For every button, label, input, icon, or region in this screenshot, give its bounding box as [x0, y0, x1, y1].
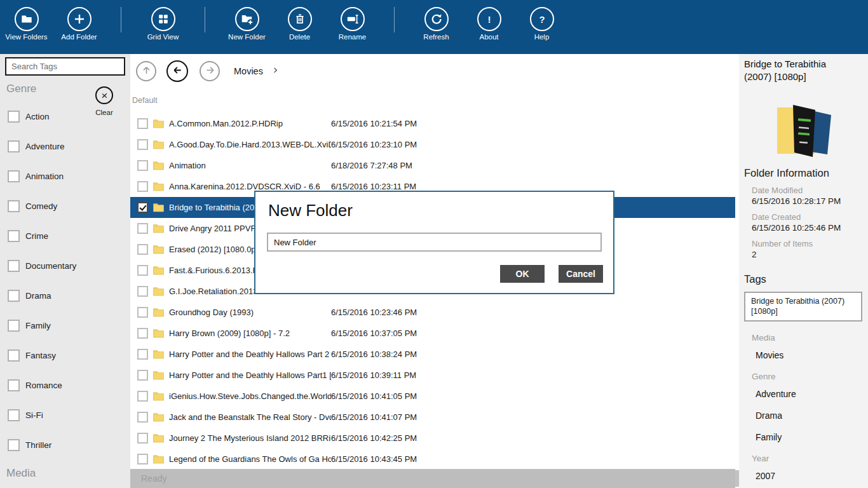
- folder-name: Journey 2 The Mysterious Island 2012 BRR…: [169, 433, 331, 443]
- genre-checkbox[interactable]: [8, 290, 20, 302]
- row-checkbox[interactable]: [137, 454, 148, 464]
- genre-checkbox[interactable]: [8, 230, 20, 242]
- genre-checkbox[interactable]: [8, 349, 20, 362]
- info-field: Date Created 6/15/2016 10:25:46 PM: [752, 212, 863, 233]
- folder-preview-image: [770, 92, 841, 162]
- genre-filter-item[interactable]: Action: [0, 102, 130, 132]
- row-checkbox[interactable]: [137, 118, 148, 129]
- tag-group-items: Movies: [744, 350, 863, 360]
- toolbar-group-view: Grid View: [137, 0, 189, 41]
- genre-filter-item[interactable]: Fantasy: [0, 341, 130, 370]
- tag-group: Media Movies: [744, 333, 863, 360]
- folder-row[interactable]: Harry Potter and the Deathly Hallows Par…: [130, 365, 735, 386]
- row-checkbox[interactable]: [137, 202, 148, 213]
- genre-checkbox[interactable]: [8, 439, 20, 451]
- folder-information-header: Folder Information: [744, 167, 863, 179]
- genre-filter-item[interactable]: Thriller: [0, 430, 130, 460]
- row-checkbox[interactable]: [137, 223, 148, 234]
- folder-row[interactable]: Legend of the Guardians The Owls of Ga H…: [130, 449, 735, 470]
- tag-group: Genre AdventureDramaFamily: [744, 372, 863, 442]
- genre-filter-item[interactable]: Drama: [0, 281, 130, 311]
- folder-row[interactable]: Groundhog Day (1993) 6/15/2016 10:23:46 …: [130, 302, 735, 323]
- row-checkbox[interactable]: [137, 412, 148, 423]
- tag-groups: Media Movies Genre AdventureDramaFamily …: [744, 333, 863, 481]
- row-checkbox[interactable]: [137, 286, 148, 297]
- toolbar-button[interactable]: Refresh: [410, 0, 463, 41]
- genre-label: Drama: [25, 291, 51, 301]
- status-bar: Ready: [130, 469, 735, 488]
- row-checkbox[interactable]: [137, 370, 148, 381]
- genre-checkbox[interactable]: [8, 260, 20, 272]
- folder-date: 6/15/2016 10:43:45 PM: [331, 454, 417, 464]
- row-checkbox[interactable]: [137, 244, 148, 255]
- new-folder-dialog: New Folder OK Cancel: [254, 191, 614, 294]
- folder-name: Harry Brown (2009) [1080p] - 7.2: [169, 329, 331, 338]
- tag-group: Year 2007: [744, 454, 863, 481]
- toolbar-button[interactable]: ! About: [463, 0, 515, 41]
- row-checkbox[interactable]: [137, 328, 148, 339]
- cancel-button[interactable]: Cancel: [559, 265, 603, 283]
- folder-row[interactable]: iGenius.How.Steve.Jobs.Changed.the.World…: [130, 386, 735, 407]
- folder-date: 6/15/2016 10:37:05 PM: [331, 329, 417, 338]
- tag-group-items: AdventureDramaFamily: [744, 389, 863, 442]
- forward-button[interactable]: [200, 61, 220, 81]
- genre-filter-item[interactable]: Crime: [0, 221, 130, 251]
- genre-checkbox[interactable]: [8, 140, 20, 152]
- back-button[interactable]: [166, 60, 188, 82]
- breadcrumb-movies[interactable]: Movies: [234, 66, 263, 76]
- folder-name-input[interactable]: [267, 233, 602, 252]
- toolbar-icon: !: [477, 7, 501, 31]
- folder-row[interactable]: Harry Brown (2009) [1080p] - 7.2 6/15/20…: [130, 323, 735, 344]
- row-checkbox[interactable]: [137, 349, 148, 360]
- toolbar-button[interactable]: Delete: [273, 0, 326, 41]
- row-checkbox[interactable]: [137, 265, 148, 276]
- dialog-title: New Folder: [268, 201, 353, 220]
- genre-filter-item[interactable]: Family: [0, 311, 130, 341]
- row-checkbox[interactable]: [137, 160, 148, 171]
- tag-chip[interactable]: Bridge to Terabithia (2007) [1080p]: [744, 292, 862, 322]
- toolbar-button[interactable]: View Folders: [0, 0, 53, 41]
- row-checkbox[interactable]: [137, 181, 148, 192]
- folder-row[interactable]: Journey 2 The Mysterious Island 2012 BRR…: [130, 428, 735, 449]
- genre-checkbox[interactable]: [8, 320, 20, 332]
- genre-label: Romance: [25, 381, 62, 390]
- genre-checkbox[interactable]: [8, 379, 20, 391]
- row-checkbox[interactable]: [137, 139, 148, 150]
- toolbar-icon: [67, 7, 92, 31]
- folder-row[interactable]: Animation 6/18/2016 7:27:48 PM: [130, 155, 735, 176]
- folder-name: Harry Potter and the Deathly Hallows Par…: [169, 370, 331, 380]
- genre-checkbox[interactable]: [8, 111, 20, 123]
- toolbar-button[interactable]: Grid View: [137, 0, 189, 41]
- toolbar-group-edit: New Folder Delete Rename: [220, 0, 379, 41]
- up-button[interactable]: [136, 61, 156, 81]
- ok-button[interactable]: OK: [500, 265, 545, 283]
- genre-checkbox[interactable]: [8, 409, 20, 421]
- folder-date: 6/15/2016 10:23:11 PM: [331, 182, 416, 191]
- folder-row[interactable]: A.Good.Day.To.Die.Hard.2013.WEB-DL.XviD …: [130, 134, 735, 155]
- toolbar-button[interactable]: ? Help: [515, 0, 568, 41]
- genre-filter-item[interactable]: Si-Fi: [0, 400, 130, 430]
- row-checkbox[interactable]: [137, 307, 148, 318]
- genre-filter-item[interactable]: Adventure: [0, 132, 130, 161]
- folder-row[interactable]: A.Common.Man.2012.P.HDRip 6/15/2016 10:2…: [130, 113, 735, 134]
- row-checkbox[interactable]: [137, 391, 148, 402]
- genre-checkbox[interactable]: [8, 200, 20, 212]
- toolbar-button-label: About: [463, 33, 515, 41]
- tags-sidebar: Genre Clear Action Adventure Animation C…: [0, 54, 130, 488]
- genre-filter-item[interactable]: Documentary: [0, 251, 130, 281]
- folder-row[interactable]: Harry Potter and the Deathly Hallows Par…: [130, 344, 735, 365]
- genre-filter-item[interactable]: Comedy: [0, 191, 130, 221]
- search-input[interactable]: [6, 62, 123, 71]
- toolbar-button[interactable]: Rename: [326, 0, 379, 41]
- toolbar-button[interactable]: Add Folder: [53, 0, 105, 41]
- folder-row[interactable]: Jack and the Beanstalk The Real Story - …: [130, 407, 735, 428]
- row-checkbox[interactable]: [137, 433, 148, 444]
- toolbar: View Folders Add Folder Grid View New Fo…: [0, 0, 868, 54]
- genre-filter-item[interactable]: Animation: [0, 161, 130, 191]
- genre-filter-item[interactable]: Romance: [0, 370, 130, 400]
- folder-name: Groundhog Day (1993): [169, 308, 331, 317]
- toolbar-button[interactable]: New Folder: [220, 0, 273, 41]
- folder-icon: [153, 412, 164, 422]
- info-field: Number of Items 2: [752, 239, 863, 259]
- genre-checkbox[interactable]: [8, 170, 20, 182]
